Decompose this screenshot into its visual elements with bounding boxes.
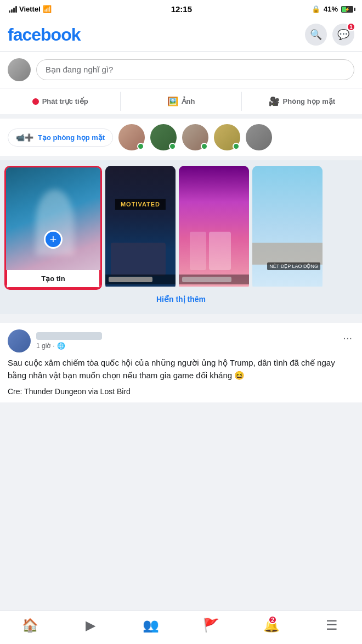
stories-section: 📹➕ Tạo phòng họp mặt	[0, 119, 362, 160]
story-avatar-1[interactable]	[118, 124, 145, 150]
live-label: Phát trực tiếp	[42, 97, 88, 105]
story-image-4: NÉT ĐẸP LAO ĐỘNG	[252, 166, 323, 287]
post-time: 1 giờ	[36, 342, 50, 350]
story-avatar-4[interactable]	[214, 124, 240, 150]
messenger-badge: 1	[347, 23, 355, 31]
status-bar: Viettel 📶 12:15 🔒 41% ⚡	[0, 0, 362, 18]
room-button[interactable]: 🎥 Phòng họp mặt	[242, 92, 362, 111]
post-author: 1 giờ · 🌐	[8, 329, 102, 352]
post-credit: Cre: Thunder Dungeon via Lost Bird	[8, 387, 354, 396]
online-indicator-2	[169, 143, 176, 150]
facebook-logo: facebook	[8, 25, 80, 45]
story-avatar-5[interactable]	[246, 124, 272, 150]
live-button[interactable]: Phát trực tiếp	[0, 92, 121, 111]
story-card-2[interactable]: MOTIVATED	[105, 166, 176, 290]
status-left: Viettel 📶	[9, 5, 52, 13]
video-add-icon: 📹➕	[16, 133, 33, 142]
post-options-button[interactable]: ···	[341, 329, 354, 346]
battery-percentage: 41%	[324, 5, 338, 13]
story-card-4[interactable]: NÉT ĐẸP LAO ĐỘNG	[252, 166, 323, 290]
add-story-button[interactable]: +	[44, 230, 63, 249]
lock-icon: 🔒	[312, 5, 320, 13]
post-card: 1 giờ · 🌐 ··· Sau cuộc xâm chiếm tòa quố…	[0, 323, 362, 402]
post-separator: ·	[53, 342, 54, 350]
create-room-label: Tạo phòng họp mặt	[38, 133, 105, 142]
create-story-label: Tạo tin	[6, 270, 100, 288]
room-label: Phòng họp mặt	[283, 97, 335, 105]
wifi-icon: 📶	[43, 5, 52, 13]
post-input[interactable]: Bạn đang nghĩ gì?	[36, 59, 354, 80]
search-button[interactable]: 🔍	[305, 24, 327, 46]
story-image-2: MOTIVATED	[105, 166, 176, 287]
status-right: 🔒 41% ⚡	[312, 5, 353, 13]
story-card-3[interactable]	[179, 166, 249, 290]
online-indicator-4	[233, 143, 240, 150]
live-icon	[32, 98, 39, 105]
post-author-avatar	[8, 329, 31, 352]
show-more-bar: Hiển thị thêm	[4, 290, 358, 309]
post-privacy-icon: 🌐	[57, 342, 65, 350]
post-meta: 1 giờ · 🌐	[36, 342, 102, 350]
room-icon: 🎥	[269, 96, 280, 107]
battery-icon: ⚡	[341, 6, 353, 13]
photo-button[interactable]: 🖼️ Ảnh	[121, 92, 241, 111]
messenger-icon: 💬	[337, 29, 349, 41]
stories-cards: + Tạo tin MOTIVATED	[4, 166, 358, 290]
photo-label: Ảnh	[182, 97, 195, 105]
show-more-link[interactable]: Hiển thị thêm	[156, 295, 206, 304]
story-avatar-3[interactable]	[182, 124, 208, 150]
stories-row: 📹➕ Tạo phòng họp mặt	[8, 124, 354, 150]
header: facebook 🔍 💬 1	[0, 18, 362, 52]
stories-feed: + Tạo tin MOTIVATED	[0, 160, 362, 318]
post-creator: Bạn đang nghĩ gì?	[0, 52, 362, 88]
user-avatar	[8, 58, 31, 81]
online-indicator-3	[201, 143, 208, 150]
time-display: 12:15	[171, 4, 192, 14]
signal-bars	[9, 6, 17, 13]
story-image-3	[179, 166, 249, 287]
net-dep-text: NÉT ĐẸP LAO ĐỘNG	[267, 262, 320, 270]
carrier-label: Viettel	[19, 5, 41, 13]
online-indicator-1	[137, 143, 144, 150]
story-avatar-2[interactable]	[150, 124, 177, 150]
post-author-info: 1 giờ · 🌐	[36, 332, 102, 350]
post-text: Sau cuộc xâm chiếm tòa quốc hội của nhữn…	[8, 357, 354, 382]
post-author-name	[36, 332, 102, 340]
photo-icon: 🖼️	[167, 96, 178, 107]
post-header: 1 giờ · 🌐 ···	[8, 329, 354, 352]
create-story-card[interactable]: + Tạo tin	[4, 166, 102, 290]
post-actions-bar: Phát trực tiếp 🖼️ Ảnh 🎥 Phòng họp mặt	[0, 88, 362, 119]
messenger-button[interactable]: 💬 1	[332, 24, 354, 46]
create-room-button[interactable]: 📹➕ Tạo phòng họp mặt	[8, 128, 113, 147]
header-actions: 🔍 💬 1	[305, 24, 354, 46]
search-icon: 🔍	[310, 29, 322, 41]
motivated-text: MOTIVATED	[115, 199, 166, 210]
